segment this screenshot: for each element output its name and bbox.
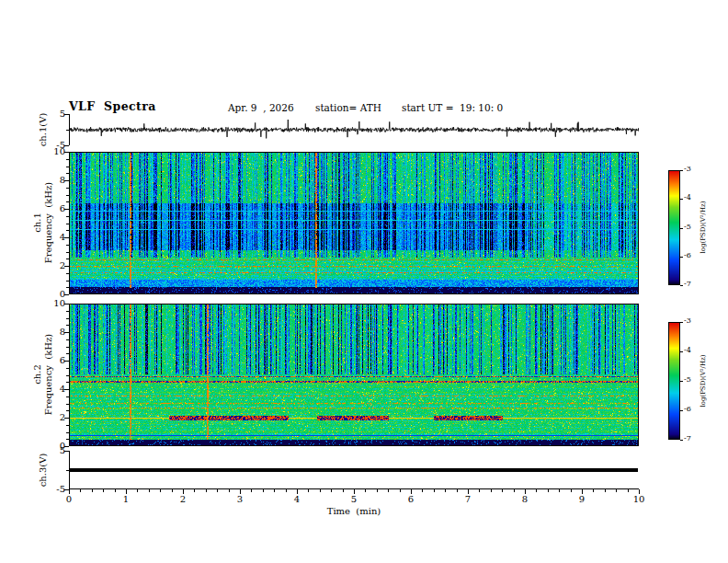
axis-tick [251, 489, 252, 492]
colorbar-tick-label: -5 [684, 376, 691, 385]
colorbar-tick-label: -3 [684, 166, 691, 174]
start-ut-label: start UT = 19: 10: 0 [402, 103, 503, 114]
axis-tick [66, 287, 69, 288]
axis-tick [66, 325, 69, 326]
axis-tick [92, 489, 93, 492]
y-tick-label: 5 [49, 109, 65, 119]
x-tick-label: 0 [58, 494, 80, 504]
axis-tick [66, 404, 69, 405]
axis-tick [308, 489, 309, 492]
y-tick-label: 4 [49, 232, 65, 242]
ch2-spectrogram [69, 304, 639, 446]
axis-tick [66, 281, 69, 282]
axis-tick [66, 159, 69, 160]
colorbar1-label: log(PSD)(V²/Hz) [700, 201, 708, 254]
axis-tick [66, 347, 69, 348]
x-tick-label: 9 [571, 494, 593, 504]
y-tick-label: 2 [49, 260, 65, 270]
axis-tick [605, 489, 606, 492]
axis-tick [66, 311, 69, 312]
axis-tick [172, 489, 173, 492]
y-tick-label: 6 [49, 203, 65, 213]
axis-tick [66, 425, 69, 426]
axis-tick [434, 489, 435, 492]
axis-tick [479, 489, 480, 492]
axis-tick [66, 318, 69, 319]
colorbar-tick-label: -7 [684, 435, 691, 443]
colorbar-tick-label: -4 [684, 347, 691, 355]
colorbar-tick-label: -3 [684, 317, 691, 326]
axis-tick [66, 188, 69, 189]
axis-tick [388, 489, 389, 492]
ch1-waveform-plot [69, 114, 639, 145]
colorbar-tick-label: -4 [684, 194, 691, 202]
x-tick-label: 3 [229, 494, 251, 504]
axis-tick [66, 339, 69, 340]
axis-tick [491, 489, 492, 492]
axis-tick [628, 489, 629, 492]
colorbar-tick-label: -6 [684, 252, 691, 260]
x-tick-label: 5 [343, 494, 365, 504]
time-axis-label: Time (min) [317, 506, 391, 516]
axis-tick [680, 199, 683, 200]
ch3-waveform-plot [69, 451, 639, 489]
x-tick-label: 10 [628, 494, 650, 504]
colorbar2 [668, 322, 680, 440]
axis-tick [680, 322, 683, 323]
axis-tick [400, 489, 401, 492]
y-tick-label: 2 [49, 412, 65, 422]
axis-tick [66, 382, 69, 383]
axis-tick [149, 489, 150, 492]
axis-tick [66, 396, 69, 397]
x-tick-label: 6 [400, 494, 422, 504]
axis-tick [66, 470, 69, 471]
axis-tick [115, 489, 116, 492]
axis-tick [263, 489, 264, 492]
axis-tick [536, 489, 537, 492]
colorbar1 [668, 170, 680, 285]
axis-tick [331, 489, 332, 492]
ch2-frequency-axis-label: Frequency (kHz) [43, 334, 53, 415]
x-tick-label: 4 [286, 494, 308, 504]
axis-tick [377, 489, 378, 492]
ch1-spectrogram [69, 152, 639, 294]
y-tick-label: 10 [49, 298, 65, 308]
axis-tick [680, 351, 683, 352]
colorbar2-label: log(PSD)(V²/Hz) [700, 355, 708, 408]
axis-tick [502, 489, 503, 492]
y-tick-label: -5 [49, 140, 65, 150]
y-tick-label: 6 [49, 355, 65, 365]
axis-tick [680, 440, 683, 441]
axis-tick [66, 216, 69, 217]
axis-tick [103, 489, 104, 492]
colorbar-tick-label: -5 [684, 224, 691, 232]
axis-tick [80, 489, 81, 492]
axis-tick [229, 489, 230, 492]
axis-tick [66, 230, 69, 231]
axis-tick [66, 432, 69, 433]
colorbar-tick-label: -6 [684, 406, 691, 414]
axis-tick [680, 381, 683, 382]
axis-tick [680, 410, 683, 411]
axis-tick [66, 195, 69, 196]
axis-tick [457, 489, 458, 492]
axis-tick [66, 130, 69, 131]
colorbar-tick-label: -7 [684, 281, 691, 289]
axis-tick [66, 224, 69, 224]
axis-tick [160, 489, 161, 492]
axis-tick [680, 257, 683, 258]
date-label: Apr. 9 , 2026 [228, 103, 294, 114]
axis-tick [66, 375, 69, 376]
y-tick-label: -5 [49, 484, 65, 494]
y-tick-label: 4 [49, 384, 65, 394]
axis-tick [66, 259, 69, 259]
ch1-frequency-axis-label: Frequency (kHz) [43, 182, 53, 263]
axis-tick [680, 170, 683, 171]
axis-tick [422, 489, 423, 492]
axis-tick [66, 368, 69, 369]
axis-tick [445, 489, 446, 492]
axis-tick [137, 489, 138, 492]
ch2-channel-label: ch.2 [32, 364, 42, 385]
y-tick-label: 8 [49, 175, 65, 185]
y-tick-label: 5 [49, 445, 65, 455]
